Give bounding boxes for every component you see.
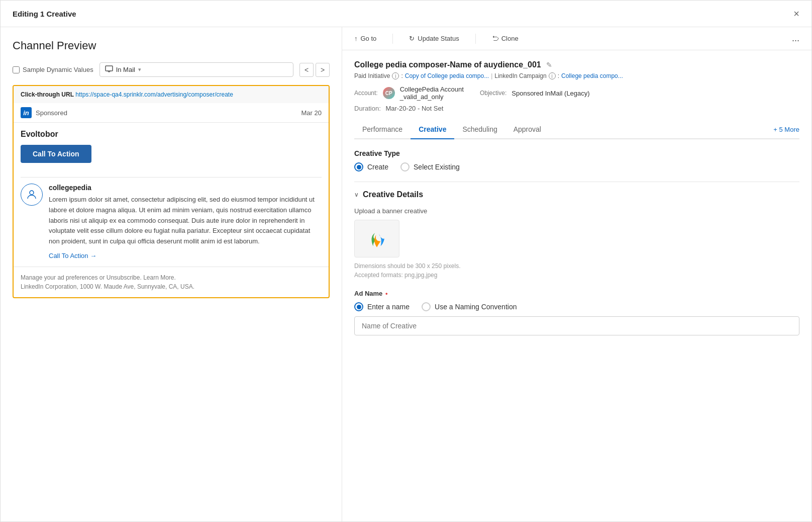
radio-enter-name[interactable]: Enter a name <box>354 302 410 311</box>
linkedin-icon: in <box>21 107 32 118</box>
tab-scheduling[interactable]: Scheduling <box>454 120 505 139</box>
ad-message-content: collegepedia Lorem ipsum dolor sit amet,… <box>49 184 322 259</box>
modal-title: Editing 1 Creative <box>13 10 76 18</box>
objective-label: Objective: <box>480 90 506 97</box>
update-status-icon: ↻ <box>409 35 415 42</box>
ad-body-text: Lorem ipsum dolor sit amet, consectetur … <box>49 195 322 247</box>
modal-header: Editing 1 Creative × <box>1 1 811 27</box>
close-button[interactable]: × <box>793 9 799 19</box>
right-toolbar: ↑ Go to ↻ Update Status ⮌ Clone ... <box>342 27 811 50</box>
sprinklr-logo-svg <box>362 225 392 252</box>
goto-button[interactable]: ↑ Go to <box>354 35 376 42</box>
radio-naming-convention-label: Use a Naming Convention <box>435 303 517 311</box>
sponsored-bar: in Sponsored Mar 20 <box>14 103 329 123</box>
radio-enter-name-label: Enter a name <box>367 303 410 311</box>
nav-prev-button[interactable]: < <box>299 63 314 77</box>
creative-details-title: Creative Details <box>363 190 423 199</box>
tabs-bar: Performance Creative Scheduling Approval… <box>354 120 799 139</box>
tab-more-button[interactable]: + 5 More <box>773 121 799 138</box>
creative-details-chevron[interactable]: ∨ <box>354 191 359 198</box>
svg-rect-0 <box>106 66 113 71</box>
ad-name-title: Ad Name • <box>354 290 799 297</box>
modal-container: Editing 1 Creative × Channel Preview Sam… <box>0 0 812 522</box>
right-panel: ↑ Go to ↻ Update Status ⮌ Clone ... <box>342 27 811 521</box>
clone-button[interactable]: ⮌ Clone <box>492 35 519 42</box>
radio-create-circle <box>354 162 363 171</box>
svg-point-1 <box>30 191 34 195</box>
nav-next-button[interactable]: > <box>316 63 330 77</box>
upload-section: Upload a banner creative Dimensions shou… <box>354 207 799 280</box>
ad-name-radio-group: Enter a name Use a Naming Convention <box>354 302 799 311</box>
tab-creative[interactable]: Creative <box>411 120 454 139</box>
campaign-title: College pedia composer-Name of auydience… <box>354 60 541 69</box>
radio-select-existing-label: Select Existing <box>414 163 460 171</box>
radio-create-label: Create <box>367 163 388 171</box>
meta-colon: : <box>401 72 402 79</box>
duration-row: Duration: Mar-20-20 - Not Set <box>354 105 799 112</box>
account-avatar: CP <box>383 87 395 99</box>
ad-footer: Manage your ad preferences or Unsubscrib… <box>14 267 329 297</box>
channel-select[interactable]: In Mail ▾ <box>99 62 293 77</box>
clickthrough-url[interactable]: https://space-qa4.sprinklr.com/advertisi… <box>75 91 233 98</box>
preview-card: Click-through URL https://space-qa4.spri… <box>13 85 330 298</box>
goto-icon: ↑ <box>354 35 358 42</box>
goto-label: Go to <box>361 35 377 42</box>
creative-details-header: ∨ Creative Details <box>354 190 799 199</box>
meta-campaign-link[interactable]: College pedia compo... <box>561 72 623 79</box>
meta-paid-link[interactable]: Copy of College pedia compo... <box>405 72 489 79</box>
preview-controls: Sample Dynamic Values In Mail ▾ < > <box>13 62 330 77</box>
upload-hint-line1: Dimensions should be 300 x 250 pixels. <box>354 262 799 271</box>
account-sub: _valid_ad_only <box>400 93 464 101</box>
paid-initiative-info-icon[interactable]: i <box>392 72 399 79</box>
tab-approval[interactable]: Approval <box>505 120 549 139</box>
more-button[interactable]: ... <box>792 33 799 44</box>
duration-label: Duration: <box>354 105 381 112</box>
objective-value: Sponsored InMail (Legacy) <box>512 90 589 97</box>
objective-field: Objective: Sponsored InMail (Legacy) <box>480 90 590 97</box>
meta-separator: | <box>491 72 492 79</box>
ad-message: collegepedia Lorem ipsum dolor sit amet,… <box>21 184 322 259</box>
upload-hint: Dimensions should be 300 x 250 pixels. A… <box>354 262 799 280</box>
account-label: Account: <box>354 90 378 97</box>
ad-cta-link[interactable]: Call To Action → <box>49 252 96 259</box>
campaign-info-icon[interactable]: i <box>549 72 556 79</box>
ad-sender: collegepedia <box>49 184 322 192</box>
ad-name-section: Ad Name • Enter a name Use a Naming Conv… <box>354 290 799 335</box>
update-status-button[interactable]: ↻ Update Status <box>409 35 459 42</box>
channel-select-chevron: ▾ <box>138 66 141 73</box>
sponsored-label: Sponsored <box>36 109 67 117</box>
name-of-creative-input[interactable] <box>354 316 799 335</box>
ad-avatar <box>21 184 43 206</box>
meta-paid-label: Paid Initiative <box>354 72 390 79</box>
upload-hint-line2: Accepted formats: png,jpg,jpeg <box>354 271 799 280</box>
sponsored-date: Mar 20 <box>301 109 322 117</box>
account-row: Account: CP CollegePedia Account _valid_… <box>354 85 799 101</box>
right-panel-inner: College pedia composer-Name of auydience… <box>342 50 811 354</box>
image-preview[interactable] <box>354 220 399 257</box>
sample-dynamic-label: Sample Dynamic Values <box>23 66 93 73</box>
creative-type-title: Creative Type <box>354 149 799 157</box>
account-name-block: CollegePedia Account _valid_ad_only <box>400 85 464 101</box>
channel-select-value: In Mail <box>116 66 135 73</box>
sample-dynamic-checkbox-input[interactable] <box>13 66 20 73</box>
update-status-label: Update Status <box>418 35 459 42</box>
section-divider <box>354 182 799 182</box>
radio-select-existing[interactable]: Select Existing <box>400 162 460 171</box>
required-dot: • <box>385 290 388 297</box>
toolbar-sep-1 <box>392 34 393 44</box>
sample-dynamic-values-checkbox[interactable]: Sample Dynamic Values <box>13 66 93 73</box>
tab-performance[interactable]: Performance <box>354 120 411 139</box>
modal-body: Channel Preview Sample Dynamic Values In… <box>1 27 811 521</box>
meta-campaign-colon: : <box>558 72 559 79</box>
left-panel: Channel Preview Sample Dynamic Values In… <box>1 27 342 521</box>
radio-naming-convention[interactable]: Use a Naming Convention <box>422 302 517 311</box>
ad-heading: Evoltobor <box>21 130 322 139</box>
radio-select-existing-circle <box>400 162 410 171</box>
clickthrough-bar: Click-through URL https://space-qa4.spri… <box>14 86 329 103</box>
upload-label: Upload a banner creative <box>354 207 799 215</box>
radio-create[interactable]: Create <box>354 162 388 171</box>
creative-type-radio-group: Create Select Existing <box>354 162 799 171</box>
campaign-edit-button[interactable]: ✎ <box>546 61 552 69</box>
cta-button[interactable]: Call To Action <box>21 145 91 163</box>
clone-icon: ⮌ <box>492 35 498 42</box>
